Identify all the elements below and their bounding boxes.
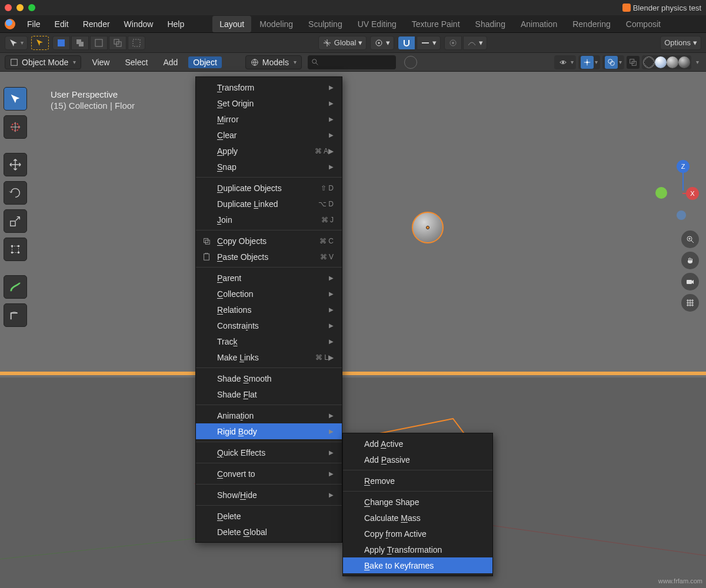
tool-scale[interactable]: [4, 209, 27, 233]
object-menu-convert-to[interactable]: Convert to▶: [196, 466, 342, 482]
select-new-icon[interactable]: [52, 36, 70, 50]
mode-dropdown[interactable]: Object Mode▾: [5, 55, 81, 69]
proportional-toggle[interactable]: [444, 36, 462, 50]
tool-measure[interactable]: [4, 303, 27, 327]
zoom-button[interactable]: [681, 230, 699, 248]
object-menu-transform[interactable]: Transform▶: [196, 79, 342, 95]
tool-annotate[interactable]: [4, 275, 27, 299]
workspace-tab-shading[interactable]: Shading: [468, 16, 512, 32]
snap-mode-dropdown[interactable]: ▾: [417, 36, 441, 50]
object-menu-parent[interactable]: Parent▶: [196, 270, 342, 286]
select-box-tool[interactable]: [31, 36, 49, 50]
header-view[interactable]: View: [87, 56, 114, 68]
rigid-body-calculate-mass[interactable]: Calculate Mass: [343, 510, 492, 526]
rigid-body-apply-transformation[interactable]: Apply Transformation: [343, 542, 492, 557]
blender-logo-icon[interactable]: [5, 19, 15, 29]
asset-models-dropdown[interactable]: Models▾: [245, 55, 302, 69]
workspace-tab-modeling[interactable]: Modeling: [252, 16, 300, 32]
camera-view-button[interactable]: [681, 273, 699, 290]
workspace-tab-animation[interactable]: Animation: [514, 16, 564, 32]
object-menu-track[interactable]: Track▶: [196, 333, 342, 349]
proportional-falloff-dropdown[interactable]: ▾: [463, 36, 487, 50]
rigid-body-add-active[interactable]: Add Active: [343, 436, 492, 452]
menu-help[interactable]: Help: [161, 17, 190, 31]
menu-edit[interactable]: Edit: [49, 17, 75, 31]
shading-material[interactable]: [667, 56, 678, 68]
menu-file[interactable]: File: [21, 17, 46, 31]
options-dropdown[interactable]: Options▾: [660, 36, 701, 50]
workspace-tab-composit[interactable]: Composit: [619, 16, 668, 32]
maximize-window-button[interactable]: [28, 4, 35, 11]
object-menu-join[interactable]: Join⌘ J: [196, 212, 342, 228]
rigid-body-copy-from-active[interactable]: Copy from Active: [343, 526, 492, 542]
axis-y-icon[interactable]: [655, 187, 667, 199]
pan-button[interactable]: [681, 252, 699, 269]
object-menu-delete[interactable]: Delete: [196, 508, 342, 524]
rigid-body-remove[interactable]: Remove: [343, 473, 492, 489]
object-menu-duplicate-objects[interactable]: Duplicate Objects⇧ D: [196, 180, 342, 196]
menu-window[interactable]: Window: [118, 17, 159, 31]
tool-settings-cursor[interactable]: ▾: [5, 36, 28, 50]
rigid-body-add-passive[interactable]: Add Passive: [343, 452, 492, 467]
rigid-body-bake-to-keyframes[interactable]: Bake to Keyframes: [343, 557, 492, 573]
workspace-tab-sculpting[interactable]: Sculpting: [301, 16, 349, 32]
object-menu-delete-global[interactable]: Delete Global: [196, 524, 342, 540]
shading-wireframe[interactable]: [643, 56, 655, 68]
object-menu-mirror[interactable]: Mirror▶: [196, 111, 342, 127]
axis-z-icon[interactable]: Z: [677, 160, 690, 173]
object-menu-show/hide[interactable]: Show/Hide▶: [196, 487, 342, 503]
object-menu-rigid-body[interactable]: Rigid Body▶: [196, 423, 342, 439]
tool-rotate[interactable]: [4, 181, 27, 205]
object-menu-shade-smooth[interactable]: Shade Smooth: [196, 370, 342, 386]
tool-transform[interactable]: [4, 238, 27, 261]
tool-move[interactable]: [4, 153, 27, 176]
header-object[interactable]: Object: [188, 56, 221, 68]
rigid-body-change-shape[interactable]: Change Shape: [343, 494, 492, 510]
gizmo-dropdown[interactable]: ▾: [578, 55, 600, 69]
pivot-dropdown[interactable]: ▾: [370, 36, 394, 50]
shading-options-dropdown[interactable]: ▾: [694, 59, 701, 65]
sphere-object[interactable]: [412, 212, 444, 243]
perspective-toggle-button[interactable]: [681, 294, 699, 312]
select-invert-icon[interactable]: [128, 36, 145, 50]
select-extend-icon[interactable]: [71, 36, 89, 50]
axis-x-icon[interactable]: X: [686, 187, 699, 200]
object-menu-paste-objects[interactable]: Paste Objects⌘ V: [196, 249, 342, 265]
shading-rendered[interactable]: [678, 56, 690, 68]
object-menu-constraints[interactable]: Constraints▶: [196, 318, 342, 333]
object-menu-quick-effects[interactable]: Quick Effects▶: [196, 445, 342, 460]
close-window-button[interactable]: [5, 4, 12, 11]
snap-toggle[interactable]: [398, 36, 415, 50]
object-menu-duplicate-linked[interactable]: Duplicate Linked⌥ D: [196, 196, 342, 212]
workspace-tab-uv-editing[interactable]: UV Editing: [351, 16, 404, 32]
object-menu-animation[interactable]: Animation▶: [196, 407, 342, 423]
navigation-gizmo[interactable]: Z X: [653, 160, 694, 219]
header-add[interactable]: Add: [158, 56, 182, 68]
select-subtract-icon[interactable]: [90, 36, 108, 50]
shading-solid[interactable]: [655, 56, 667, 68]
xray-toggle[interactable]: [627, 56, 640, 69]
header-select[interactable]: Select: [120, 56, 152, 68]
minimize-window-button[interactable]: [16, 4, 24, 11]
axis-neg-z-icon[interactable]: [677, 211, 686, 220]
workspace-tab-texture-paint[interactable]: Texture Paint: [405, 16, 467, 32]
overlays-dropdown[interactable]: ▾: [602, 55, 624, 69]
object-menu-shade-flat[interactable]: Shade Flat: [196, 386, 342, 402]
visibility-dropdown[interactable]: ▾: [554, 55, 576, 69]
object-menu-make-links[interactable]: Make Links⌘ L▶: [196, 349, 342, 365]
search-input[interactable]: [308, 55, 396, 69]
object-menu-clear[interactable]: Clear▶: [196, 127, 342, 143]
object-menu-relations[interactable]: Relations▶: [196, 302, 342, 318]
workspace-tab-rendering[interactable]: Rendering: [565, 16, 618, 32]
transform-orientation-dropdown[interactable]: Global ▾: [318, 36, 367, 50]
object-menu-copy-objects[interactable]: Copy Objects⌘ C: [196, 233, 342, 249]
object-menu-snap[interactable]: Snap▶: [196, 159, 342, 175]
tool-cursor[interactable]: [4, 115, 27, 139]
menu-render[interactable]: Render: [77, 17, 116, 31]
tool-select-box[interactable]: [4, 87, 27, 111]
object-menu-collection[interactable]: Collection▶: [196, 286, 342, 302]
workspace-tab-layout[interactable]: Layout: [212, 16, 251, 32]
object-menu-apply[interactable]: Apply⌘ A▶: [196, 143, 342, 159]
select-intersect-icon[interactable]: [109, 36, 126, 50]
object-menu-set-origin[interactable]: Set Origin▶: [196, 95, 342, 111]
